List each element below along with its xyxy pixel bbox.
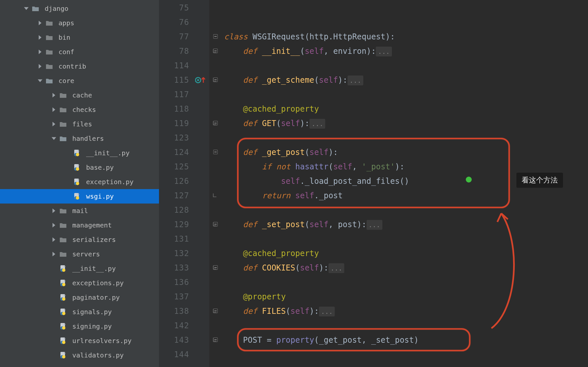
overriding-method-icon[interactable] (195, 73, 206, 87)
folded-region[interactable]: ... (328, 263, 344, 273)
chevron-down-icon[interactable] (37, 77, 43, 84)
tree-item-label: core (58, 77, 74, 85)
svg-point-20 (62, 297, 65, 301)
file-item[interactable]: signals.py (0, 305, 159, 319)
python-file-icon (59, 279, 67, 287)
folded-region[interactable]: ... (367, 220, 382, 230)
folder-item[interactable]: core (0, 74, 159, 88)
folder-icon (59, 236, 67, 243)
svg-point-11 (76, 196, 79, 200)
project-tree[interactable]: djangoappsbinconfcontribcorecachechecksf… (0, 0, 159, 367)
line-number: 129 (159, 217, 194, 232)
keyword-class: class (224, 32, 248, 41)
file-item[interactable]: wsgi.py (0, 189, 159, 204)
folder-item[interactable]: files (0, 117, 159, 131)
folder-icon (59, 207, 67, 214)
folder-item[interactable]: handlers (0, 131, 159, 146)
tree-item-label: exception.py (86, 178, 134, 186)
python-file-icon (59, 294, 67, 301)
python-file-icon (73, 193, 81, 200)
tree-item-label: contrib (58, 62, 86, 70)
file-item[interactable]: urlresolvers.py (0, 334, 159, 348)
line-number: 77 (159, 30, 194, 44)
fold-toggle-icon[interactable] (213, 33, 218, 39)
line-number: 138 (159, 304, 194, 318)
folded-region[interactable]: ... (376, 47, 392, 56)
line-number: 132 (159, 246, 194, 261)
folder-item[interactable]: bin (0, 30, 159, 45)
line-number: 133 (159, 261, 194, 275)
folder-icon (59, 250, 67, 258)
fold-end-icon (212, 120, 218, 126)
line-number: 76 (159, 15, 194, 30)
chevron-right-icon[interactable] (51, 121, 57, 127)
folder-item[interactable]: serializers (0, 232, 159, 247)
folded-region[interactable]: ... (309, 119, 325, 129)
chevron-down-icon[interactable] (51, 135, 57, 142)
python-file-icon (59, 308, 67, 315)
folder-item[interactable]: conf (0, 45, 159, 59)
fold-end-icon (212, 221, 218, 227)
class-name: WSGIRequest (253, 32, 305, 41)
folder-item[interactable]: management (0, 218, 159, 232)
folder-item[interactable]: servers (0, 247, 159, 261)
folder-icon (59, 222, 67, 229)
file-item[interactable]: exceptions.py (0, 276, 159, 290)
chevron-right-icon[interactable] (37, 63, 43, 70)
file-item[interactable]: paginator.py (0, 290, 159, 305)
folder-item[interactable]: django (0, 1, 159, 16)
folded-region[interactable]: ... (348, 76, 363, 85)
svg-point-26 (62, 326, 65, 330)
fold-strip[interactable] (209, 0, 222, 367)
chevron-down-icon[interactable] (23, 5, 30, 12)
annotation-tooltip: 看这个方法 (516, 173, 563, 188)
folder-item[interactable]: checks (0, 102, 159, 117)
chevron-right-icon[interactable] (51, 251, 57, 257)
python-file-icon (73, 164, 81, 171)
python-file-icon (59, 337, 67, 344)
svg-point-17 (62, 283, 65, 286)
chevron-right-icon[interactable] (37, 34, 43, 41)
chevron-right-icon[interactable] (37, 20, 43, 26)
tree-item-label: urlresolvers.py (72, 337, 132, 345)
chevron-right-icon[interactable] (37, 49, 43, 55)
line-number: 114 (159, 58, 194, 73)
folder-item[interactable]: cache (0, 88, 159, 102)
folder-icon (59, 92, 67, 99)
line-number: 117 (159, 87, 194, 102)
chevron-right-icon[interactable] (51, 236, 57, 243)
file-item[interactable]: signing.py (0, 319, 159, 334)
folder-item[interactable]: apps (0, 16, 159, 30)
file-item[interactable]: validators.py (0, 348, 159, 362)
file-item[interactable]: __init__.py (0, 261, 159, 276)
fold-end-icon (212, 48, 218, 54)
line-number: 123 (159, 131, 194, 145)
fold-toggle-icon[interactable] (213, 149, 218, 155)
tree-item-label: exceptions.py (72, 279, 124, 287)
tree-item-label: __init__.py (86, 149, 129, 157)
chevron-right-icon[interactable] (51, 92, 57, 98)
tree-item-label: signing.py (72, 322, 112, 330)
tree-item-label: paginator.py (72, 293, 120, 301)
folder-item[interactable]: mail (0, 204, 159, 218)
editor[interactable]: class WSGIRequest(http.HttpRequest): def… (222, 0, 588, 367)
file-item[interactable]: exception.py (0, 175, 159, 189)
folded-region[interactable]: ... (319, 307, 335, 316)
svg-point-14 (62, 269, 65, 272)
fold-end-icon (212, 77, 218, 83)
line-number: 137 (159, 290, 194, 304)
chevron-right-icon[interactable] (51, 207, 57, 214)
chevron-right-icon[interactable] (51, 222, 57, 228)
folder-item[interactable]: contrib (0, 59, 159, 74)
folder-icon (59, 120, 67, 128)
tree-item-label: handlers (72, 135, 104, 142)
svg-point-23 (62, 312, 65, 315)
file-item[interactable]: base.py (0, 160, 159, 175)
chevron-right-icon[interactable] (51, 106, 57, 113)
line-number: 126 (159, 174, 194, 188)
tree-item-label: mail (72, 207, 88, 215)
file-item[interactable]: __init__.py (0, 146, 159, 160)
line-number: 144 (159, 347, 194, 362)
line-number: 124 (159, 145, 194, 160)
line-number: 75 (159, 1, 194, 15)
